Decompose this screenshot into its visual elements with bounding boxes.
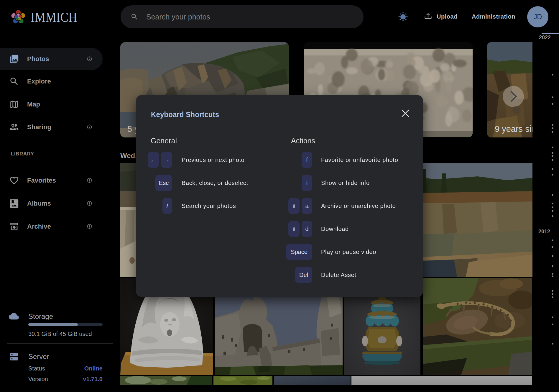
svg-text:9 years since: 9 years since [495, 124, 532, 134]
